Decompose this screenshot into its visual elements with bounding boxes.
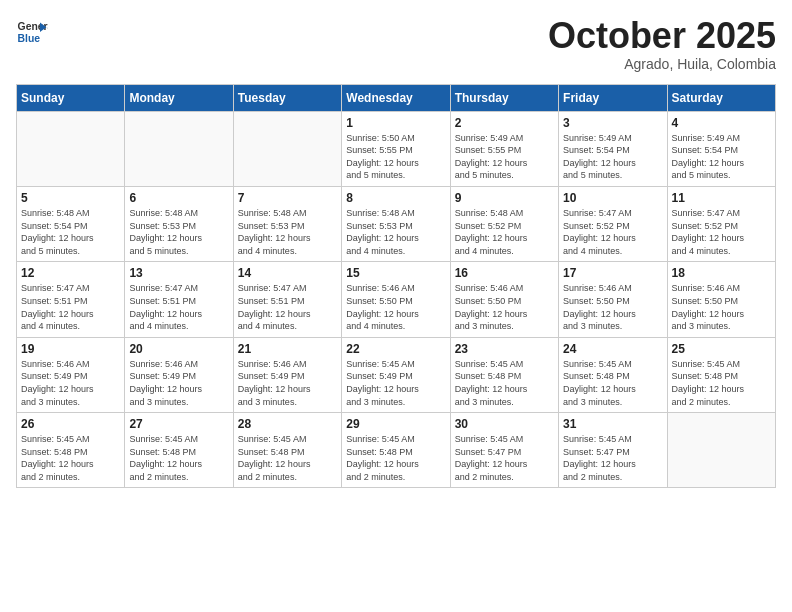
day-number: 5 (21, 191, 120, 205)
page-header: General Blue October 2025 Agrado, Huila,… (16, 16, 776, 72)
cell-info: Sunrise: 5:46 AM Sunset: 5:50 PM Dayligh… (346, 282, 445, 332)
cell-info: Sunrise: 5:45 AM Sunset: 5:48 PM Dayligh… (455, 358, 554, 408)
day-cell-16: 16Sunrise: 5:46 AM Sunset: 5:50 PM Dayli… (450, 262, 558, 337)
day-number: 9 (455, 191, 554, 205)
cell-info: Sunrise: 5:45 AM Sunset: 5:48 PM Dayligh… (672, 358, 771, 408)
cell-info: Sunrise: 5:46 AM Sunset: 5:49 PM Dayligh… (238, 358, 337, 408)
day-cell-29: 29Sunrise: 5:45 AM Sunset: 5:48 PM Dayli… (342, 413, 450, 488)
empty-cell (17, 111, 125, 186)
cell-info: Sunrise: 5:47 AM Sunset: 5:52 PM Dayligh… (672, 207, 771, 257)
day-number: 1 (346, 116, 445, 130)
cell-info: Sunrise: 5:45 AM Sunset: 5:48 PM Dayligh… (563, 358, 662, 408)
cell-info: Sunrise: 5:46 AM Sunset: 5:50 PM Dayligh… (455, 282, 554, 332)
cell-info: Sunrise: 5:45 AM Sunset: 5:48 PM Dayligh… (346, 433, 445, 483)
empty-cell (125, 111, 233, 186)
day-number: 15 (346, 266, 445, 280)
day-number: 17 (563, 266, 662, 280)
day-cell-22: 22Sunrise: 5:45 AM Sunset: 5:49 PM Dayli… (342, 337, 450, 412)
cell-info: Sunrise: 5:47 AM Sunset: 5:51 PM Dayligh… (238, 282, 337, 332)
day-number: 25 (672, 342, 771, 356)
title-block: October 2025 Agrado, Huila, Colombia (548, 16, 776, 72)
cell-info: Sunrise: 5:45 AM Sunset: 5:48 PM Dayligh… (129, 433, 228, 483)
day-number: 24 (563, 342, 662, 356)
cell-info: Sunrise: 5:49 AM Sunset: 5:54 PM Dayligh… (563, 132, 662, 182)
day-cell-1: 1Sunrise: 5:50 AM Sunset: 5:55 PM Daylig… (342, 111, 450, 186)
day-cell-23: 23Sunrise: 5:45 AM Sunset: 5:48 PM Dayli… (450, 337, 558, 412)
day-number: 7 (238, 191, 337, 205)
day-cell-6: 6Sunrise: 5:48 AM Sunset: 5:53 PM Daylig… (125, 186, 233, 261)
day-cell-11: 11Sunrise: 5:47 AM Sunset: 5:52 PM Dayli… (667, 186, 775, 261)
day-number: 12 (21, 266, 120, 280)
day-number: 29 (346, 417, 445, 431)
cell-info: Sunrise: 5:46 AM Sunset: 5:49 PM Dayligh… (129, 358, 228, 408)
week-row-2: 5Sunrise: 5:48 AM Sunset: 5:54 PM Daylig… (17, 186, 776, 261)
day-number: 6 (129, 191, 228, 205)
day-cell-19: 19Sunrise: 5:46 AM Sunset: 5:49 PM Dayli… (17, 337, 125, 412)
day-number: 14 (238, 266, 337, 280)
day-number: 18 (672, 266, 771, 280)
day-cell-15: 15Sunrise: 5:46 AM Sunset: 5:50 PM Dayli… (342, 262, 450, 337)
day-number: 23 (455, 342, 554, 356)
cell-info: Sunrise: 5:48 AM Sunset: 5:53 PM Dayligh… (346, 207, 445, 257)
day-cell-4: 4Sunrise: 5:49 AM Sunset: 5:54 PM Daylig… (667, 111, 775, 186)
cell-info: Sunrise: 5:47 AM Sunset: 5:52 PM Dayligh… (563, 207, 662, 257)
weekday-header-saturday: Saturday (667, 84, 775, 111)
day-cell-13: 13Sunrise: 5:47 AM Sunset: 5:51 PM Dayli… (125, 262, 233, 337)
day-number: 21 (238, 342, 337, 356)
day-cell-24: 24Sunrise: 5:45 AM Sunset: 5:48 PM Dayli… (559, 337, 667, 412)
week-row-4: 19Sunrise: 5:46 AM Sunset: 5:49 PM Dayli… (17, 337, 776, 412)
day-number: 28 (238, 417, 337, 431)
calendar-table: SundayMondayTuesdayWednesdayThursdayFrid… (16, 84, 776, 489)
svg-text:Blue: Blue (18, 33, 41, 44)
day-number: 16 (455, 266, 554, 280)
day-cell-27: 27Sunrise: 5:45 AM Sunset: 5:48 PM Dayli… (125, 413, 233, 488)
cell-info: Sunrise: 5:46 AM Sunset: 5:50 PM Dayligh… (672, 282, 771, 332)
day-number: 13 (129, 266, 228, 280)
cell-info: Sunrise: 5:50 AM Sunset: 5:55 PM Dayligh… (346, 132, 445, 182)
empty-cell (233, 111, 341, 186)
cell-info: Sunrise: 5:47 AM Sunset: 5:51 PM Dayligh… (129, 282, 228, 332)
weekday-header-wednesday: Wednesday (342, 84, 450, 111)
cell-info: Sunrise: 5:49 AM Sunset: 5:55 PM Dayligh… (455, 132, 554, 182)
day-cell-12: 12Sunrise: 5:47 AM Sunset: 5:51 PM Dayli… (17, 262, 125, 337)
day-number: 4 (672, 116, 771, 130)
day-number: 8 (346, 191, 445, 205)
day-number: 30 (455, 417, 554, 431)
week-row-3: 12Sunrise: 5:47 AM Sunset: 5:51 PM Dayli… (17, 262, 776, 337)
day-number: 3 (563, 116, 662, 130)
day-cell-10: 10Sunrise: 5:47 AM Sunset: 5:52 PM Dayli… (559, 186, 667, 261)
day-cell-18: 18Sunrise: 5:46 AM Sunset: 5:50 PM Dayli… (667, 262, 775, 337)
empty-cell (667, 413, 775, 488)
logo-icon: General Blue (16, 16, 48, 48)
day-cell-3: 3Sunrise: 5:49 AM Sunset: 5:54 PM Daylig… (559, 111, 667, 186)
weekday-header-friday: Friday (559, 84, 667, 111)
day-number: 31 (563, 417, 662, 431)
day-cell-30: 30Sunrise: 5:45 AM Sunset: 5:47 PM Dayli… (450, 413, 558, 488)
month-title: October 2025 (548, 16, 776, 56)
weekday-header-sunday: Sunday (17, 84, 125, 111)
cell-info: Sunrise: 5:45 AM Sunset: 5:49 PM Dayligh… (346, 358, 445, 408)
week-row-1: 1Sunrise: 5:50 AM Sunset: 5:55 PM Daylig… (17, 111, 776, 186)
weekday-header-tuesday: Tuesday (233, 84, 341, 111)
day-number: 27 (129, 417, 228, 431)
day-cell-21: 21Sunrise: 5:46 AM Sunset: 5:49 PM Dayli… (233, 337, 341, 412)
day-number: 19 (21, 342, 120, 356)
day-number: 26 (21, 417, 120, 431)
day-number: 11 (672, 191, 771, 205)
day-number: 2 (455, 116, 554, 130)
cell-info: Sunrise: 5:48 AM Sunset: 5:52 PM Dayligh… (455, 207, 554, 257)
weekday-header-row: SundayMondayTuesdayWednesdayThursdayFrid… (17, 84, 776, 111)
day-number: 22 (346, 342, 445, 356)
cell-info: Sunrise: 5:45 AM Sunset: 5:48 PM Dayligh… (21, 433, 120, 483)
cell-info: Sunrise: 5:45 AM Sunset: 5:47 PM Dayligh… (455, 433, 554, 483)
day-cell-17: 17Sunrise: 5:46 AM Sunset: 5:50 PM Dayli… (559, 262, 667, 337)
week-row-5: 26Sunrise: 5:45 AM Sunset: 5:48 PM Dayli… (17, 413, 776, 488)
cell-info: Sunrise: 5:48 AM Sunset: 5:53 PM Dayligh… (238, 207, 337, 257)
day-cell-28: 28Sunrise: 5:45 AM Sunset: 5:48 PM Dayli… (233, 413, 341, 488)
logo: General Blue (16, 16, 48, 48)
day-cell-31: 31Sunrise: 5:45 AM Sunset: 5:47 PM Dayli… (559, 413, 667, 488)
cell-info: Sunrise: 5:46 AM Sunset: 5:50 PM Dayligh… (563, 282, 662, 332)
weekday-header-thursday: Thursday (450, 84, 558, 111)
day-cell-8: 8Sunrise: 5:48 AM Sunset: 5:53 PM Daylig… (342, 186, 450, 261)
day-cell-9: 9Sunrise: 5:48 AM Sunset: 5:52 PM Daylig… (450, 186, 558, 261)
